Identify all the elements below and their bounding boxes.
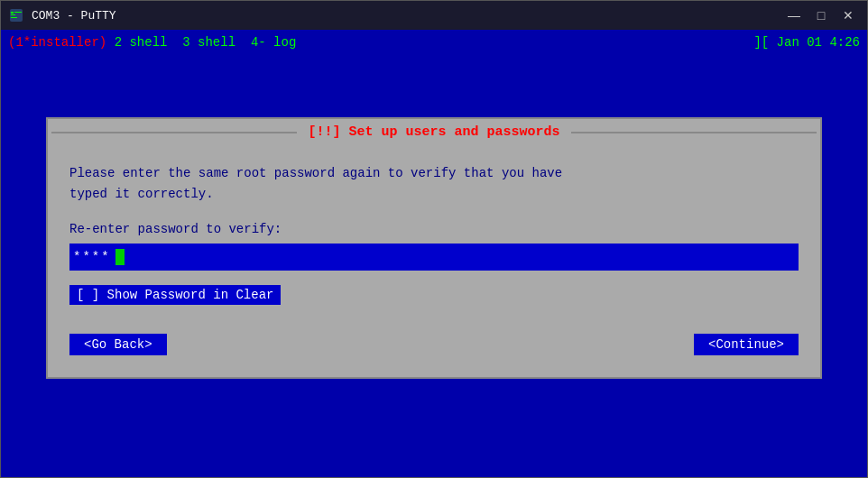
- dialog-body: Please enter the same root password agai…: [48, 163, 820, 326]
- window-controls: — □ ✕: [782, 6, 860, 24]
- dialog-title-row: [!!] Set up users and passwords: [48, 119, 820, 145]
- tab2-label[interactable]: 2 shell: [115, 35, 168, 50]
- title-line-right: [571, 132, 817, 133]
- clock-display: ][ Jan 01 4:26: [753, 35, 860, 50]
- svg-rect-1: [11, 12, 14, 14]
- window-title: COM3 - PuTTY: [32, 9, 782, 23]
- tab4-label[interactable]: 4- log: [251, 35, 296, 50]
- close-button[interactable]: ✕: [836, 6, 860, 24]
- go-back-button[interactable]: <Go Back>: [69, 334, 167, 355]
- description-line2: typed it correctly.: [69, 184, 799, 204]
- continue-button[interactable]: <Continue>: [694, 334, 799, 355]
- terminal-status-bar: (1*installer) 2 shell 3 shell 4- log ][ …: [1, 30, 867, 55]
- terminal-area: (1*installer) 2 shell 3 shell 4- log ][ …: [1, 30, 867, 477]
- svg-rect-3: [11, 14, 15, 15]
- password-dots: ****: [69, 250, 115, 264]
- minimize-button[interactable]: —: [782, 6, 806, 24]
- password-input-row[interactable]: ****: [69, 244, 799, 271]
- title-line-left: [51, 132, 297, 133]
- maximize-button[interactable]: □: [809, 6, 833, 24]
- dialog-box: [!!] Set up users and passwords Please e…: [46, 117, 822, 379]
- password-label: Re-enter password to verify:: [69, 222, 799, 236]
- cursor-block: [115, 249, 125, 265]
- putty-window: COM3 - PuTTY — □ ✕ (1*installer) 2 shell…: [0, 0, 868, 478]
- app-icon: [8, 7, 24, 23]
- show-password-button[interactable]: [ ] Show Password in Clear: [69, 285, 281, 305]
- tab3-label[interactable]: 3 shell: [182, 35, 235, 50]
- svg-rect-4: [11, 17, 17, 18]
- dialog-description: Please enter the same root password agai…: [69, 163, 799, 204]
- svg-rect-2: [14, 12, 22, 13]
- dialog-buttons: <Go Back> <Continue>: [48, 334, 820, 355]
- active-tab-label[interactable]: (1*installer): [8, 35, 106, 50]
- title-bar: COM3 - PuTTY — □ ✕: [1, 1, 867, 30]
- dialog-title: [!!] Set up users and passwords: [300, 119, 567, 145]
- description-line1: Please enter the same root password agai…: [69, 163, 799, 183]
- bottom-bar: [1, 441, 867, 477]
- dialog-area: [!!] Set up users and passwords Please e…: [1, 55, 867, 441]
